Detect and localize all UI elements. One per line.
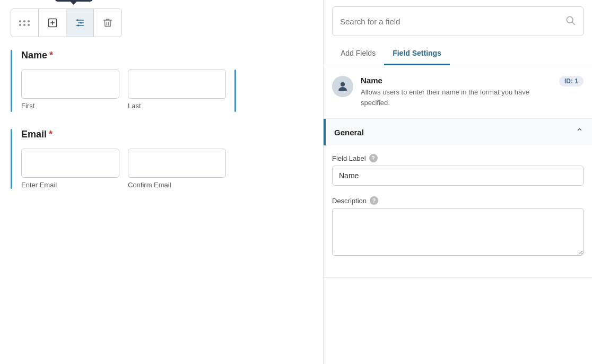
confirm-email-input[interactable]: [128, 149, 226, 178]
email-section: Email* Enter Email Confirm Email: [11, 129, 312, 189]
search-icon: [565, 15, 576, 28]
svg-point-8: [77, 24, 79, 26]
name-section-label: Name*: [21, 50, 312, 61]
last-name-input[interactable]: [128, 70, 226, 99]
description-label: Description ?: [332, 196, 584, 205]
enter-email-col: Enter Email: [21, 149, 119, 189]
left-panel: Settings: [0, 0, 324, 364]
drag-dots-icon: [19, 20, 30, 26]
general-header-label: General: [334, 128, 364, 137]
field-label-input[interactable]: [332, 166, 584, 186]
svg-point-11: [341, 82, 345, 86]
toolbar-wrapper: Settings: [11, 8, 122, 37]
first-name-input[interactable]: [21, 70, 119, 99]
field-avatar: [332, 76, 353, 97]
first-name-sublabel: First: [21, 102, 119, 110]
name-section-divider: [234, 70, 236, 112]
field-label-help-icon[interactable]: ?: [369, 154, 378, 162]
settings-tooltip: Settings: [55, 0, 93, 2]
settings-button[interactable]: [66, 9, 94, 37]
drag-handle-button[interactable]: [11, 9, 39, 37]
svg-line-10: [572, 22, 575, 24]
email-required-star: *: [49, 129, 53, 140]
last-name-col: Last: [128, 70, 226, 110]
field-id-badge: ID: 1: [559, 76, 584, 86]
toolbar: [11, 8, 122, 37]
confirm-email-col: Confirm Email: [128, 149, 226, 189]
search-bar[interactable]: [332, 6, 584, 36]
tab-add-fields[interactable]: Add Fields: [332, 42, 384, 65]
chevron-up-icon: ⌃: [576, 126, 584, 138]
add-field-button[interactable]: [39, 9, 66, 37]
first-name-col: First: [21, 70, 119, 110]
right-panel: Add Fields Field Settings Name Allows us…: [324, 0, 592, 364]
field-info-content: Name Allows users to enter their name in…: [361, 76, 552, 108]
settings-icon: [75, 18, 85, 28]
last-name-sublabel: Last: [128, 102, 226, 110]
description-textarea[interactable]: [332, 208, 584, 256]
field-label-label: Field Label ?: [332, 154, 584, 162]
field-label-group: Field Label ?: [332, 154, 584, 186]
add-field-icon: [47, 18, 58, 28]
general-form-fields: Field Label ? Description ?: [324, 145, 592, 277]
general-header[interactable]: General ⌃: [324, 119, 592, 145]
enter-email-sublabel: Enter Email: [21, 181, 119, 189]
name-required-star: *: [49, 50, 53, 60]
general-section: General ⌃ Field Label ? Description ?: [324, 119, 592, 278]
description-help-icon[interactable]: ?: [370, 196, 378, 205]
trash-icon: [102, 18, 113, 28]
email-section-label: Email*: [21, 129, 312, 140]
name-section: Name* First Last: [11, 50, 312, 112]
tab-field-settings[interactable]: Field Settings: [384, 42, 450, 65]
delete-button[interactable]: [94, 9, 121, 37]
confirm-email-sublabel: Confirm Email: [128, 181, 226, 189]
description-group: Description ?: [332, 196, 584, 258]
search-input[interactable]: [340, 17, 565, 26]
tabs: Add Fields Field Settings: [324, 42, 592, 65]
field-info-title: Name: [361, 76, 552, 85]
email-field-row: Enter Email Confirm Email: [21, 149, 312, 189]
name-field-row: First Last: [21, 70, 312, 112]
svg-point-6: [76, 19, 78, 21]
field-info: Name Allows users to enter their name in…: [324, 65, 592, 119]
svg-point-7: [80, 22, 82, 23]
enter-email-input[interactable]: [21, 149, 119, 178]
field-info-desc: Allows users to enter their name in the …: [361, 87, 552, 108]
